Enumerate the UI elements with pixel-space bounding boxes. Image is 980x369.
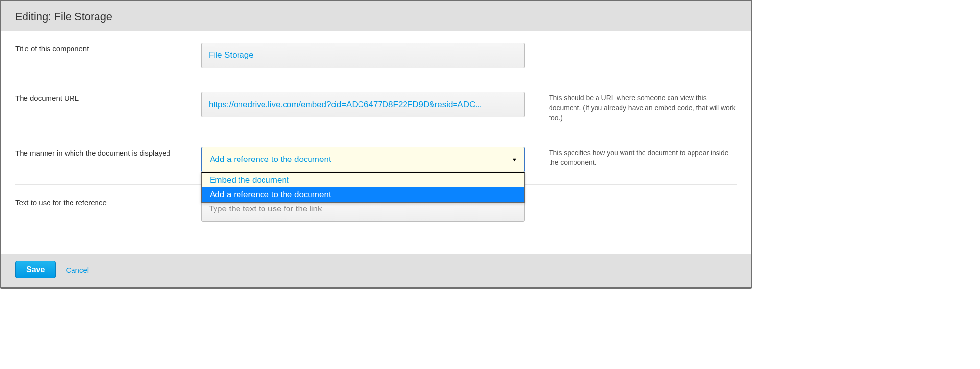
label-title: Title of this component	[15, 43, 201, 53]
dialog-title: Editing: File Storage	[15, 10, 737, 23]
help-document-url: This should be a URL where someone can v…	[525, 92, 737, 123]
chevron-down-icon: ▼	[512, 157, 517, 162]
row-title: Title of this component	[15, 31, 737, 80]
select-display-manner[interactable]: Add a reference to the document ▼	[201, 147, 525, 172]
dropdown-option-reference[interactable]: Add a reference to the document	[202, 187, 524, 202]
dropdown-display-manner: Embed the document Add a reference to th…	[201, 172, 525, 203]
label-document-url: The document URL	[15, 92, 201, 102]
dialog-footer: Save Cancel	[1, 254, 751, 287]
input-document-url[interactable]	[201, 92, 525, 117]
help-title	[525, 43, 737, 44]
label-display-manner: The manner in which the document is disp…	[15, 147, 201, 157]
dialog-window: Editing: File Storage Title of this comp…	[0, 0, 752, 289]
dropdown-option-embed[interactable]: Embed the document	[202, 173, 524, 187]
row-display-manner: The manner in which the document is disp…	[15, 135, 737, 184]
label-reference-text: Text to use for the reference	[15, 196, 201, 207]
cancel-link[interactable]: Cancel	[66, 266, 89, 274]
select-display-manner-value: Add a reference to the document	[210, 155, 331, 164]
input-component-title[interactable]	[201, 43, 525, 68]
dialog-header: Editing: File Storage	[1, 1, 751, 31]
row-document-url: The document URL This should be a URL wh…	[15, 80, 737, 135]
dialog-body: Title of this component The document URL…	[1, 31, 751, 254]
help-display-manner: This specifies how you want the document…	[525, 147, 737, 168]
save-button[interactable]: Save	[15, 261, 56, 278]
help-reference-text	[525, 196, 737, 197]
